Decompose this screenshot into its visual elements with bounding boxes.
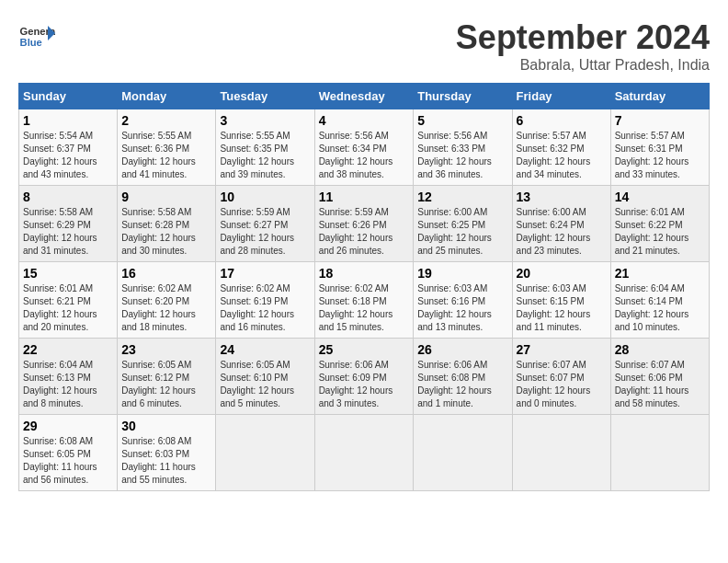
day-number: 9 [121, 190, 211, 204]
calendar-week-4: 22Sunrise: 6:04 AM Sunset: 6:13 PM Dayli… [19, 339, 710, 415]
day-number: 19 [417, 266, 507, 281]
day-number: 1 [23, 113, 113, 128]
calendar-day-15: 15Sunrise: 6:01 AM Sunset: 6:21 PM Dayli… [19, 262, 118, 339]
day-info: Sunrise: 6:04 AM Sunset: 6:14 PM Dayligh… [615, 282, 705, 334]
calendar-day-22: 22Sunrise: 6:04 AM Sunset: 6:13 PM Dayli… [19, 339, 118, 415]
day-info: Sunrise: 6:00 AM Sunset: 6:25 PM Dayligh… [417, 206, 507, 258]
calendar-day-2: 2Sunrise: 5:55 AM Sunset: 6:36 PM Daylig… [118, 109, 216, 186]
day-number: 5 [417, 113, 507, 128]
calendar-day-19: 19Sunrise: 6:03 AM Sunset: 6:16 PM Dayli… [414, 262, 512, 339]
month-title: September 2024 [456, 18, 710, 57]
column-header-monday: Monday [118, 84, 216, 109]
page-header: General Blue September 2024 Babrala, Utt… [18, 18, 710, 74]
day-info: Sunrise: 5:58 AM Sunset: 6:29 PM Dayligh… [23, 206, 113, 258]
day-info: Sunrise: 6:01 AM Sunset: 6:21 PM Dayligh… [23, 282, 113, 334]
calendar-day-5: 5Sunrise: 5:56 AM Sunset: 6:33 PM Daylig… [414, 109, 512, 186]
calendar-week-2: 8Sunrise: 5:58 AM Sunset: 6:29 PM Daylig… [19, 186, 710, 262]
location-subtitle: Babrala, Uttar Pradesh, India [456, 57, 710, 74]
day-info: Sunrise: 6:08 AM Sunset: 6:05 PM Dayligh… [23, 435, 113, 487]
column-header-tuesday: Tuesday [216, 84, 314, 109]
day-info: Sunrise: 6:05 AM Sunset: 6:10 PM Dayligh… [220, 359, 310, 410]
day-info: Sunrise: 5:58 AM Sunset: 6:28 PM Dayligh… [121, 206, 211, 258]
day-info: Sunrise: 5:55 AM Sunset: 6:35 PM Dayligh… [220, 130, 310, 181]
calendar-day-25: 25Sunrise: 6:06 AM Sunset: 6:09 PM Dayli… [314, 339, 414, 415]
calendar-day-11: 11Sunrise: 5:59 AM Sunset: 6:26 PM Dayli… [314, 186, 414, 262]
day-info: Sunrise: 6:05 AM Sunset: 6:12 PM Dayligh… [121, 359, 211, 410]
empty-cell [314, 415, 414, 491]
title-block: September 2024 Babrala, Uttar Pradesh, I… [456, 18, 710, 74]
day-number: 18 [319, 266, 410, 281]
calendar-day-21: 21Sunrise: 6:04 AM Sunset: 6:14 PM Dayli… [610, 262, 709, 339]
day-number: 24 [220, 342, 310, 357]
calendar-day-27: 27Sunrise: 6:07 AM Sunset: 6:07 PM Dayli… [512, 339, 610, 415]
calendar-day-18: 18Sunrise: 6:02 AM Sunset: 6:18 PM Dayli… [314, 262, 414, 339]
day-info: Sunrise: 6:06 AM Sunset: 6:09 PM Dayligh… [319, 359, 410, 410]
day-number: 15 [23, 266, 113, 281]
day-number: 6 [517, 113, 607, 128]
day-number: 14 [615, 190, 705, 204]
day-info: Sunrise: 5:57 AM Sunset: 6:32 PM Dayligh… [517, 130, 607, 181]
day-info: Sunrise: 5:59 AM Sunset: 6:26 PM Dayligh… [319, 206, 410, 258]
logo: General Blue [18, 18, 55, 55]
day-info: Sunrise: 6:06 AM Sunset: 6:08 PM Dayligh… [417, 359, 507, 410]
calendar-day-10: 10Sunrise: 5:59 AM Sunset: 6:27 PM Dayli… [216, 186, 314, 262]
calendar-table: SundayMondayTuesdayWednesdayThursdayFrid… [18, 83, 710, 491]
calendar-day-17: 17Sunrise: 6:02 AM Sunset: 6:19 PM Dayli… [216, 262, 314, 339]
day-number: 12 [417, 190, 507, 204]
day-info: Sunrise: 6:08 AM Sunset: 6:03 PM Dayligh… [121, 435, 211, 487]
day-number: 13 [517, 190, 607, 204]
calendar-day-24: 24Sunrise: 6:05 AM Sunset: 6:10 PM Dayli… [216, 339, 314, 415]
day-number: 22 [23, 342, 113, 357]
calendar-day-30: 30Sunrise: 6:08 AM Sunset: 6:03 PM Dayli… [118, 415, 216, 491]
calendar-day-16: 16Sunrise: 6:02 AM Sunset: 6:20 PM Dayli… [118, 262, 216, 339]
empty-cell [610, 415, 709, 491]
calendar-day-6: 6Sunrise: 5:57 AM Sunset: 6:32 PM Daylig… [512, 109, 610, 186]
calendar-day-23: 23Sunrise: 6:05 AM Sunset: 6:12 PM Dayli… [118, 339, 216, 415]
day-info: Sunrise: 6:04 AM Sunset: 6:13 PM Dayligh… [23, 359, 113, 410]
calendar-day-29: 29Sunrise: 6:08 AM Sunset: 6:05 PM Dayli… [19, 415, 118, 491]
calendar-day-9: 9Sunrise: 5:58 AM Sunset: 6:28 PM Daylig… [118, 186, 216, 262]
calendar-day-12: 12Sunrise: 6:00 AM Sunset: 6:25 PM Dayli… [414, 186, 512, 262]
day-info: Sunrise: 5:56 AM Sunset: 6:33 PM Dayligh… [417, 130, 507, 181]
day-info: Sunrise: 6:07 AM Sunset: 6:06 PM Dayligh… [615, 359, 705, 410]
day-info: Sunrise: 6:02 AM Sunset: 6:19 PM Dayligh… [220, 282, 310, 334]
day-info: Sunrise: 6:02 AM Sunset: 6:20 PM Dayligh… [121, 282, 211, 334]
day-info: Sunrise: 5:57 AM Sunset: 6:31 PM Dayligh… [615, 130, 705, 181]
empty-cell [512, 415, 610, 491]
calendar-day-7: 7Sunrise: 5:57 AM Sunset: 6:31 PM Daylig… [610, 109, 709, 186]
calendar-day-14: 14Sunrise: 6:01 AM Sunset: 6:22 PM Dayli… [610, 186, 709, 262]
day-number: 8 [23, 190, 113, 204]
day-number: 16 [121, 266, 211, 281]
day-info: Sunrise: 6:07 AM Sunset: 6:07 PM Dayligh… [517, 359, 607, 410]
day-info: Sunrise: 6:03 AM Sunset: 6:16 PM Dayligh… [417, 282, 507, 334]
day-number: 23 [121, 342, 211, 357]
day-info: Sunrise: 6:00 AM Sunset: 6:24 PM Dayligh… [517, 206, 607, 258]
day-info: Sunrise: 6:01 AM Sunset: 6:22 PM Dayligh… [615, 206, 705, 258]
day-number: 21 [615, 266, 705, 281]
day-info: Sunrise: 5:59 AM Sunset: 6:27 PM Dayligh… [220, 206, 310, 258]
calendar-week-1: 1Sunrise: 5:54 AM Sunset: 6:37 PM Daylig… [19, 109, 710, 186]
calendar-day-1: 1Sunrise: 5:54 AM Sunset: 6:37 PM Daylig… [19, 109, 118, 186]
day-number: 4 [319, 113, 410, 128]
day-number: 25 [319, 342, 410, 357]
day-number: 7 [615, 113, 705, 128]
day-number: 28 [615, 342, 705, 357]
column-header-wednesday: Wednesday [314, 84, 414, 109]
calendar-day-4: 4Sunrise: 5:56 AM Sunset: 6:34 PM Daylig… [314, 109, 414, 186]
calendar-week-3: 15Sunrise: 6:01 AM Sunset: 6:21 PM Dayli… [19, 262, 710, 339]
empty-cell [216, 415, 314, 491]
day-number: 11 [319, 190, 410, 204]
day-number: 29 [23, 419, 113, 433]
day-number: 2 [121, 113, 211, 128]
column-header-sunday: Sunday [19, 84, 118, 109]
day-info: Sunrise: 6:02 AM Sunset: 6:18 PM Dayligh… [319, 282, 410, 334]
day-info: Sunrise: 6:03 AM Sunset: 6:15 PM Dayligh… [517, 282, 607, 334]
calendar-day-20: 20Sunrise: 6:03 AM Sunset: 6:15 PM Dayli… [512, 262, 610, 339]
day-number: 20 [517, 266, 607, 281]
day-number: 10 [220, 190, 310, 204]
calendar-day-26: 26Sunrise: 6:06 AM Sunset: 6:08 PM Dayli… [414, 339, 512, 415]
column-header-friday: Friday [512, 84, 610, 109]
day-info: Sunrise: 5:54 AM Sunset: 6:37 PM Dayligh… [23, 130, 113, 181]
day-info: Sunrise: 5:56 AM Sunset: 6:34 PM Dayligh… [319, 130, 410, 181]
day-number: 17 [220, 266, 310, 281]
